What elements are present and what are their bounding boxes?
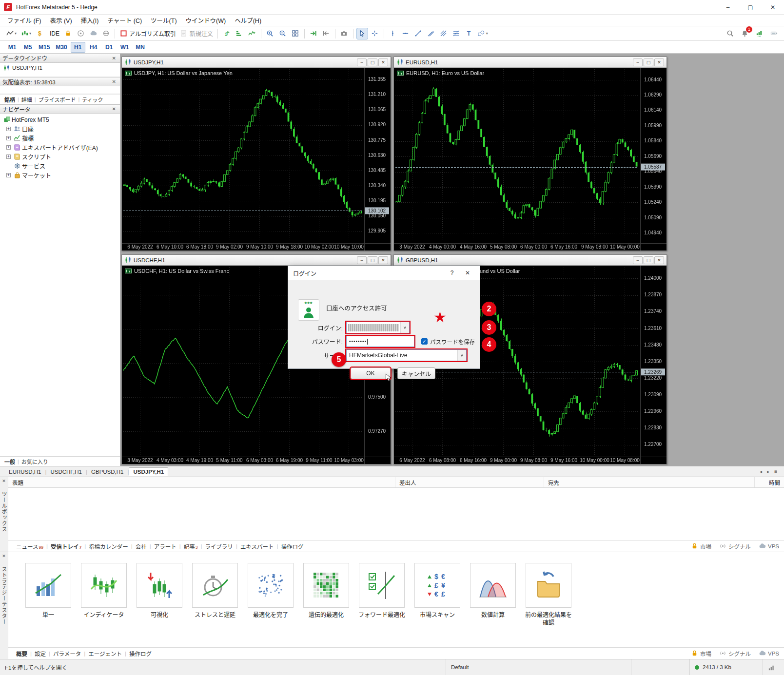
close-button[interactable]: ✕ xyxy=(654,58,664,66)
tile-previous-results[interactable]: 前の最適化結果を確認 xyxy=(525,563,572,627)
navigator-bottom-tab-0[interactable]: 一般 xyxy=(2,457,18,466)
timeframe-mn[interactable]: MN xyxy=(133,42,148,53)
connection-indicator[interactable] xyxy=(768,28,780,39)
tester-tab-2[interactable]: パラメータ xyxy=(50,649,84,658)
market-watch-tab-0[interactable]: 銘柄 xyxy=(2,95,18,104)
chart-window-titlebar[interactable]: GBPUSD,H1–▢✕ xyxy=(394,255,666,266)
scroll-right-icon[interactable]: ▸ xyxy=(767,469,769,474)
menu-file[interactable]: ファイル (F) xyxy=(3,14,45,26)
tester-tab-4[interactable]: 操作ログ xyxy=(126,649,155,658)
mail-list[interactable] xyxy=(8,488,784,540)
lvl-indicator[interactable]: LVL xyxy=(753,28,765,39)
restore-button[interactable]: ▢ xyxy=(368,256,377,264)
tick-chart-button[interactable] xyxy=(246,28,258,39)
column-header-3[interactable]: 時間 xyxy=(755,477,784,487)
search-button[interactable] xyxy=(724,28,736,39)
close-icon[interactable]: ✕ xyxy=(111,79,118,84)
menu-insert[interactable]: 挿入(I) xyxy=(77,14,103,26)
profiles-button[interactable]: ▾ xyxy=(19,28,33,39)
close-icon[interactable]: ✕ xyxy=(2,479,6,483)
minimize-button[interactable]: – xyxy=(357,256,367,264)
new-order-button[interactable]: 新規注文 xyxy=(178,28,215,39)
cancel-button[interactable]: キャンセル xyxy=(397,367,435,379)
trendline-tool[interactable] xyxy=(412,28,424,39)
login-combobox[interactable]: ˅ xyxy=(346,322,410,333)
navigator-item-1[interactable]: +指標 xyxy=(0,134,120,143)
data-window-symbol[interactable]: USDJPY,H1 xyxy=(0,63,120,73)
tab-list-icon[interactable]: ≡ xyxy=(774,469,777,474)
close-button[interactable]: ✕ xyxy=(654,256,664,264)
toolbox-tab-2[interactable]: 指標カレンダー xyxy=(86,541,131,551)
deposit-button[interactable]: $ xyxy=(34,28,45,39)
market-link[interactable]: 市場 xyxy=(691,542,711,550)
server-combobox[interactable]: HFMarketsGlobal-Live ˅ xyxy=(346,349,467,361)
chevron-down-icon[interactable]: ˅ xyxy=(400,322,409,333)
tile-visualization[interactable]: 可視化 xyxy=(136,563,183,627)
tile-genetic-optimization[interactable]: 遺伝的最適化 xyxy=(303,563,350,627)
horizontal-line-tool[interactable] xyxy=(400,28,412,39)
chart-tab-usdjpy-h1[interactable]: USDJPY,H1 xyxy=(129,467,168,476)
close-icon[interactable]: ✕ xyxy=(111,106,118,112)
market-depth-button[interactable] xyxy=(234,28,245,39)
expand-icon[interactable]: + xyxy=(6,173,11,177)
toolbox-side-label[interactable]: ツールボックス xyxy=(0,491,8,532)
timeframe-m1[interactable]: M1 xyxy=(5,42,20,53)
tile-math-calculation[interactable]: 数値計算 xyxy=(470,563,516,627)
signals-link[interactable]: シグナル xyxy=(719,542,751,550)
fibonacci-tool[interactable] xyxy=(451,28,462,39)
tile-stress-delay[interactable]: ストレスと遅延 xyxy=(192,563,238,627)
tester-tab-3[interactable]: エージェント xyxy=(85,649,125,658)
toolbox-tab-8[interactable]: 操作ログ xyxy=(278,541,307,551)
chart-shift-button[interactable] xyxy=(320,28,332,39)
chart-window-titlebar[interactable]: USDCHF,H1–▢✕ xyxy=(122,255,391,266)
save-password-checkbox[interactable]: ✓ xyxy=(421,338,428,345)
restore-button[interactable]: ▢ xyxy=(644,58,653,66)
screenshot-button[interactable] xyxy=(338,28,350,39)
cursor-tool-button[interactable] xyxy=(356,28,368,39)
login-dialog-titlebar[interactable]: ログイン ? ✕ xyxy=(288,266,480,280)
maximize-button[interactable]: ▢ xyxy=(739,0,762,15)
ide-button[interactable]: IDE xyxy=(46,28,61,39)
tile-windows-button[interactable] xyxy=(290,28,301,39)
vertical-line-tool[interactable] xyxy=(387,28,399,39)
navigator-item-0[interactable]: +口座 xyxy=(0,124,120,134)
minimize-button[interactable]: – xyxy=(633,256,643,264)
website-button[interactable] xyxy=(100,28,112,39)
chart-type-button[interactable]: ▾ xyxy=(4,28,18,39)
chart-tab-gbpusd-h1[interactable]: GBPUSD,H1 xyxy=(87,468,127,476)
expand-icon[interactable]: + xyxy=(6,154,11,159)
market-watch-tab-2[interactable]: プライスボード xyxy=(36,95,78,104)
crosshair-tool-button[interactable] xyxy=(369,28,381,39)
close-icon[interactable]: ✕ xyxy=(2,554,6,559)
scroll-left-icon[interactable]: ◂ xyxy=(760,469,762,474)
toolbox-tab-0[interactable]: ニュース99 xyxy=(13,541,46,551)
timeframe-m30[interactable]: M30 xyxy=(53,42,69,53)
chevron-down-icon[interactable]: ˅ xyxy=(457,350,466,361)
market-watch-tab-3[interactable]: ティック xyxy=(79,95,105,104)
navigator-item-3[interactable]: +スクリプト xyxy=(0,152,120,161)
navigator-item-2[interactable]: +エキスパートアドバイザ(EA) xyxy=(0,143,120,152)
navigator-item-4[interactable]: サービス xyxy=(0,161,120,171)
auto-scroll-button[interactable] xyxy=(308,28,319,39)
minimize-button[interactable]: – xyxy=(717,0,739,15)
close-button[interactable]: ✕ xyxy=(378,256,388,264)
menu-help[interactable]: ヘルプ(H) xyxy=(230,14,266,26)
market-link[interactable]: 市場 xyxy=(691,650,711,657)
minimize-button[interactable]: – xyxy=(633,58,643,66)
data-window-button[interactable]: 1 xyxy=(221,28,233,39)
chart-window-titlebar[interactable]: USDJPY,H1–▢✕ xyxy=(122,57,391,68)
signals-link[interactable]: シグナル xyxy=(719,650,751,657)
navigator-item-5[interactable]: +マーケット xyxy=(0,171,120,180)
zoom-out-button[interactable] xyxy=(277,28,289,39)
chart-canvas[interactable] xyxy=(122,68,391,251)
market-watch-tab-1[interactable]: 詳細 xyxy=(19,95,35,104)
timeframe-h4[interactable]: H4 xyxy=(86,42,101,53)
status-profile[interactable]: Default xyxy=(446,659,558,675)
timeframe-d1[interactable]: D1 xyxy=(102,42,117,53)
help-button[interactable]: ? xyxy=(445,268,459,278)
restore-button[interactable]: ▢ xyxy=(368,58,377,66)
toolbox-tab-3[interactable]: 会社 xyxy=(133,541,150,551)
timeframe-h1[interactable]: H1 xyxy=(71,42,85,53)
expand-icon[interactable]: + xyxy=(6,127,11,131)
chart-tab-usdchf-h1[interactable]: USDCHF,H1 xyxy=(46,468,86,476)
